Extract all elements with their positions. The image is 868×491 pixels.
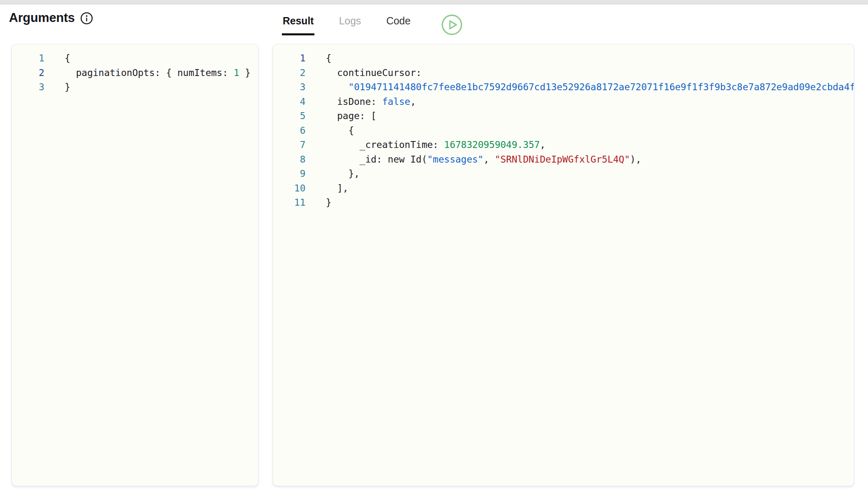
code-token: } <box>65 82 70 92</box>
code-token: { <box>326 125 354 136</box>
arguments-title: Arguments <box>9 11 75 25</box>
code-line[interactable]: 7 _creationTime: 1678320959049.357, <box>273 138 854 152</box>
top-strip <box>0 0 868 4</box>
code-token: , <box>540 139 545 150</box>
line-number: 5 <box>273 109 305 124</box>
code-line[interactable]: 3 "019471141480fc7fee8e1bc7592d9667cd13e… <box>273 80 854 95</box>
code-line[interactable]: 1{ <box>273 51 854 66</box>
result-editor[interactable]: 1{2 continueCursor:3 "019471141480fc7fee… <box>273 44 854 486</box>
code-line[interactable]: 11} <box>273 196 854 210</box>
code-line[interactable]: 3} <box>12 80 258 95</box>
code-token: }, <box>326 168 360 179</box>
code-token: { <box>326 53 331 63</box>
arguments-panel: 1{2 paginationOpts: { numItems: 1 }3} <box>11 44 259 486</box>
code-token: { <box>65 53 70 63</box>
code-line[interactable]: 9 }, <box>273 167 854 181</box>
code-token: "019471141480fc7fee8e1bc7592d9667cd13e52… <box>348 82 854 92</box>
line-number: 10 <box>273 181 305 196</box>
line-number: 8 <box>273 152 305 167</box>
arguments-header: Arguments <box>9 9 94 27</box>
code-token: ], <box>326 183 348 193</box>
code-token: } <box>239 67 251 78</box>
code-token: paginationOpts: { numItems: <box>65 67 233 78</box>
line-number: 6 <box>273 124 305 138</box>
code-token: false <box>382 96 410 107</box>
code-token <box>326 82 348 92</box>
function-runner-screen: Arguments Result Logs Code 1{2 paginatio… <box>0 0 868 491</box>
code-token: 1 <box>233 67 239 78</box>
result-panel: 1{2 continueCursor:3 "019471141480fc7fee… <box>273 44 854 486</box>
info-icon[interactable] <box>80 11 94 25</box>
code-text: paginationOpts: { numItems: 1 } <box>65 66 251 80</box>
code-token: _creationTime: <box>326 139 444 150</box>
line-number: 1 <box>12 51 44 66</box>
code-token: ), <box>630 154 641 165</box>
line-number: 3 <box>12 80 44 95</box>
code-line[interactable]: 1{ <box>12 51 258 66</box>
code-text: ], <box>326 181 348 196</box>
code-text: _id: new Id("messages", "SRNlDNiDeIpWGfx… <box>326 152 641 167</box>
code-text: }, <box>326 167 360 181</box>
code-line[interactable]: 5 page: [ <box>273 109 854 124</box>
line-number: 7 <box>273 138 305 152</box>
line-number: 3 <box>273 80 305 95</box>
tab-code[interactable]: Code <box>386 15 412 35</box>
code-token: isDone: <box>326 96 382 107</box>
code-line[interactable]: 10 ], <box>273 181 854 196</box>
code-token: , <box>410 96 416 107</box>
play-circle-icon <box>441 13 463 37</box>
tabs-bar: Result Logs Code <box>282 15 463 37</box>
line-number: 2 <box>12 66 44 80</box>
code-token: , <box>484 154 495 165</box>
code-text: } <box>65 80 70 95</box>
line-number: 9 <box>273 167 305 181</box>
line-number: 11 <box>273 196 305 210</box>
code-text: page: [ <box>326 109 377 124</box>
code-text: { <box>65 51 70 66</box>
code-text: "019471141480fc7fee8e1bc7592d9667cd13e52… <box>326 80 854 95</box>
code-line[interactable]: 4 isDone: false, <box>273 95 854 109</box>
code-token: "SRNlDNiDeIpWGfxlGr5L4Q" <box>495 154 630 165</box>
code-token: _id: new Id( <box>326 154 427 165</box>
code-text: _creationTime: 1678320959049.357, <box>326 138 545 152</box>
code-token: page: [ <box>326 111 377 121</box>
code-line[interactable]: 2 continueCursor: <box>273 66 854 80</box>
arguments-editor[interactable]: 1{2 paginationOpts: { numItems: 1 }3} <box>12 44 258 486</box>
code-line[interactable]: 2 paginationOpts: { numItems: 1 } <box>12 66 258 80</box>
code-text: continueCursor: <box>326 66 421 80</box>
line-number: 2 <box>273 66 305 80</box>
code-text: { <box>326 51 331 66</box>
code-text: isDone: false, <box>326 95 416 109</box>
tab-result[interactable]: Result <box>282 15 314 35</box>
code-token: } <box>326 197 331 208</box>
code-token: "messages" <box>427 154 483 165</box>
code-line[interactable]: 8 _id: new Id("messages", "SRNlDNiDeIpWG… <box>273 152 854 167</box>
line-number: 1 <box>273 51 305 66</box>
code-text: { <box>326 124 354 138</box>
code-text: } <box>326 196 331 210</box>
code-token: continueCursor: <box>326 67 421 78</box>
tab-logs[interactable]: Logs <box>338 15 362 35</box>
run-function-button[interactable] <box>441 14 463 37</box>
line-number: 4 <box>273 95 305 109</box>
code-token: 1678320959049.357 <box>444 139 540 150</box>
code-line[interactable]: 6 { <box>273 124 854 138</box>
